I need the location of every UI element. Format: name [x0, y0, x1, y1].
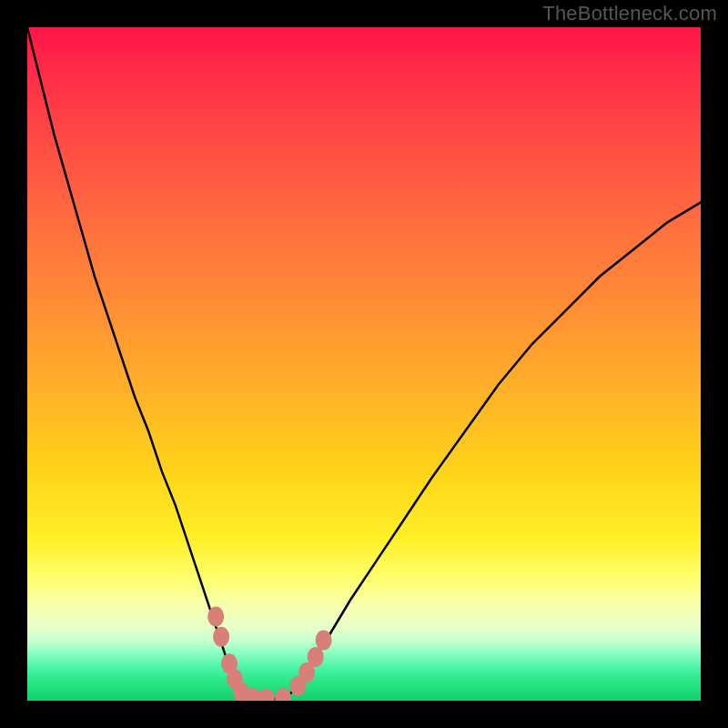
marker-point: [316, 630, 332, 650]
marker-point: [258, 689, 275, 701]
chart-frame: TheBottleneck.com: [0, 0, 728, 728]
marker-point: [213, 627, 229, 647]
data-markers: [207, 607, 331, 702]
marker-point: [275, 688, 291, 701]
marker-point: [308, 647, 324, 667]
curve-right-branch: [290, 202, 701, 693]
curve-layer: [27, 27, 701, 701]
plot-area: [27, 27, 701, 701]
marker-point: [207, 607, 224, 627]
curve-left-branch: [27, 27, 243, 694]
watermark-text: TheBottleneck.com: [542, 2, 717, 25]
